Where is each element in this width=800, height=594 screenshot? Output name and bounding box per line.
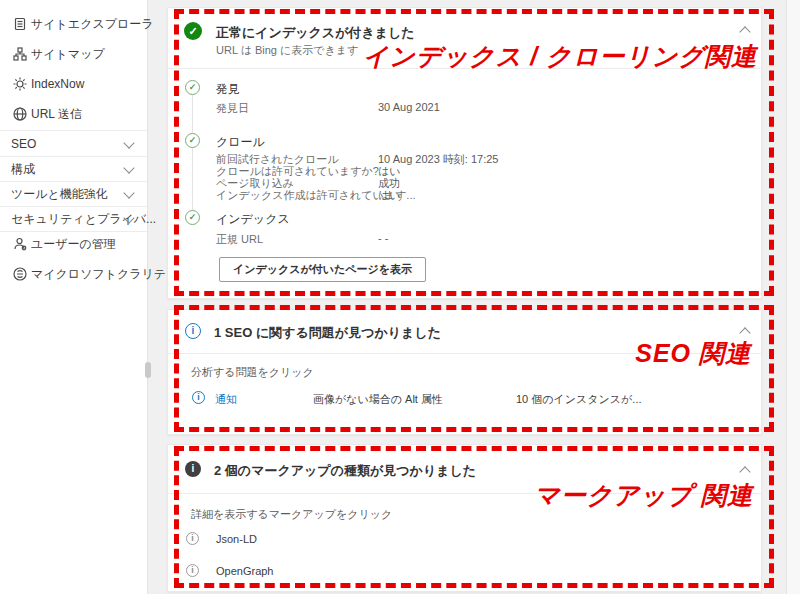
chevron-up-icon [739, 466, 750, 477]
detail-value: 30 Aug 2021 [378, 101, 440, 113]
crawl-check-icon: ✓ [185, 133, 200, 148]
sidebar-section-label: SEO [11, 137, 36, 151]
info-dark-icon: i [185, 461, 201, 477]
sidebar-resize-handle[interactable] [145, 362, 151, 378]
markup-item-name[interactable]: Json-LD [216, 533, 257, 545]
detail-value: はい [378, 188, 401, 203]
sidebar-item-label: サイトエクスプローラ [31, 16, 154, 33]
user-icon [12, 236, 28, 252]
sidebar-item-user-management[interactable]: ユーザーの管理 [0, 232, 147, 256]
chevron-down-icon [123, 187, 134, 198]
sidebar-item-label: サイトマップ [31, 46, 105, 63]
discovery-section-label: 発見 [216, 81, 240, 98]
sidebar-section-security-privacy[interactable]: セキュリティとプライバ... [0, 207, 147, 231]
vertical-scrollbar[interactable] [786, 0, 800, 594]
detail-label: 正規 URL [216, 232, 263, 247]
chevron-down-icon [123, 162, 134, 173]
site-explorer-icon [12, 16, 28, 32]
globe-icon [12, 106, 28, 122]
sidebar-section-configuration[interactable]: 構成 [0, 157, 147, 181]
sidebar-section-seo[interactable]: SEO [0, 132, 147, 156]
timeline-connector [192, 94, 193, 216]
collapse-button[interactable] [735, 24, 755, 40]
markup-info-icon: i [186, 564, 199, 577]
index-card-subtitle: URL は Bing に表示できます [216, 43, 358, 58]
detail-label: 発見日 [216, 101, 249, 116]
sidebar-item-label: ユーザーの管理 [31, 236, 116, 253]
markup-card-title: 2 個のマークアップの種類が見つかりました [214, 462, 476, 480]
sidebar-item-label: マイクロソフトクラリティ [31, 266, 178, 283]
issue-instances: 10 個のインスタンスが... [516, 392, 642, 407]
markup-info-icon: i [186, 532, 199, 545]
annotation-label-seo: SEO 関連 [635, 337, 751, 370]
sidebar-item-indexnow[interactable]: IndexNow [0, 72, 147, 96]
annotation-label-index: インデックス / クローリング関連 [363, 40, 757, 73]
sidebar-item-label: URL 送信 [31, 106, 82, 123]
index-section-label: インデックス [216, 211, 290, 228]
detail-value: - - [378, 232, 388, 244]
issue-name: 画像がない場合の Alt 属性 [313, 392, 443, 407]
sidebar-item-site-explorer[interactable]: サイトエクスプローラ [0, 12, 147, 36]
sidebar-section-label: 構成 [11, 161, 35, 178]
sidebar-item-sitemap[interactable]: サイトマップ [0, 42, 147, 66]
clarity-icon [12, 266, 28, 282]
seo-hint-text: 分析する問題をクリック [191, 365, 314, 380]
seo-issues-card: i 1 SEO に関する問題が見つかりました 分析する問題をクリック i 通知 … [167, 309, 762, 435]
info-blue-icon: i [185, 323, 201, 339]
bing-webmaster-page: サイトエクスプローラ サイトマップ IndexNow URL 送信 SEO [0, 0, 800, 594]
sidebar-item-label: IndexNow [31, 77, 84, 91]
seo-card-title: 1 SEO に関する問題が見つかりました [214, 324, 441, 342]
sidebar: サイトエクスプローラ サイトマップ IndexNow URL 送信 SEO [0, 0, 148, 594]
sidebar-item-microsoft-clarity[interactable]: マイクロソフトクラリティ [0, 262, 147, 286]
notice-info-icon: i [192, 391, 205, 404]
index-check-icon: ✓ [185, 210, 200, 225]
view-indexed-pages-button[interactable]: インデックスが付いたページを表示 [219, 257, 426, 282]
discovery-check-icon: ✓ [185, 80, 200, 95]
annotation-label-markup: マークアップ 関連 [534, 479, 753, 512]
sidebar-section-label: セキュリティとプライバ... [11, 211, 156, 228]
sitemap-icon [12, 46, 28, 62]
markup-card: i 2 個のマークアップの種類が見つかりました 詳細を表示するマークアップをクリ… [167, 444, 762, 592]
chevron-down-icon [123, 137, 134, 148]
markup-hint-text: 詳細を表示するマークアップをクリック [191, 507, 392, 522]
markup-item-name[interactable]: OpenGraph [216, 565, 273, 577]
issue-severity-link[interactable]: 通知 [215, 392, 237, 407]
success-check-icon: ✓ [184, 22, 202, 40]
chevron-up-icon [739, 26, 750, 37]
collapse-button[interactable] [735, 464, 755, 480]
crawl-section-label: クロール [216, 134, 265, 151]
sidebar-section-tools[interactable]: ツールと機能強化 [0, 182, 147, 206]
sidebar-divider [0, 130, 147, 131]
sidebar-item-url-submit[interactable]: URL 送信 [0, 102, 147, 126]
sidebar-section-label: ツールと機能強化 [11, 186, 108, 203]
indexnow-icon [12, 76, 28, 92]
